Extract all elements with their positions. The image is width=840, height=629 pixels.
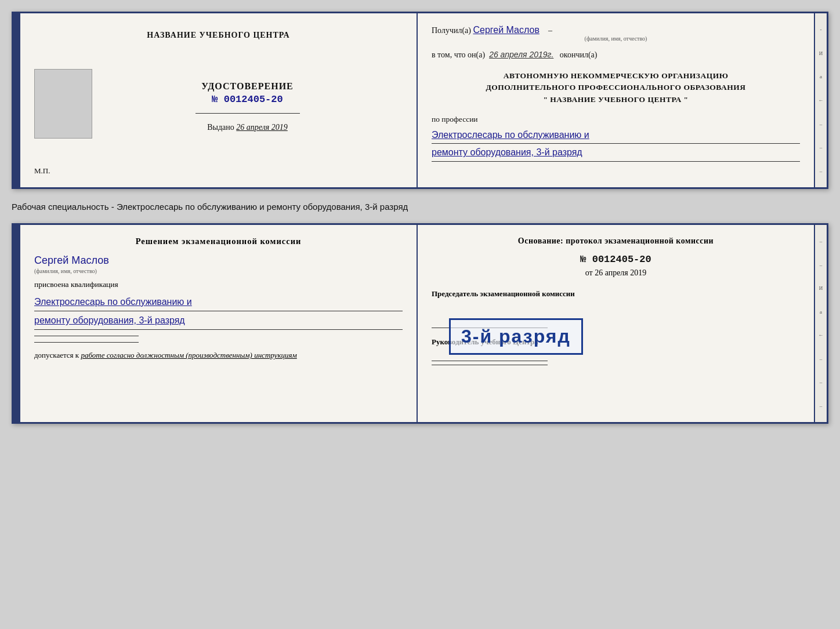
resheniem-title: Решением экзаменационной комиссии [34, 237, 403, 246]
stamp-text: 3-й разряд [461, 326, 571, 347]
kvalifikaciya-text: Электрослесарь по обслуживанию и ремонту… [34, 294, 403, 330]
osnovanie-title: Основание: протокол экзаменационной коми… [432, 237, 800, 246]
separator-text: Рабочая специальность - Электрослесарь п… [12, 199, 828, 213]
prisvoena: присвоена квалификация [34, 280, 403, 289]
org-block: АВТОНОМНУЮ НЕКОММЕРЧЕСКУЮ ОРГАНИЗАЦИЮ ДО… [432, 70, 800, 106]
right-decoration: - И а ← – – – [814, 13, 827, 187]
right-decoration-bottom: – – И а ← – – – [814, 225, 827, 422]
udostoverenie-number: № 0012405-20 [92, 94, 403, 105]
photo-placeholder [34, 69, 92, 139]
fio-hint-bottom: (фамилия, имя, отчество) [34, 268, 403, 274]
stamp: 3-й разряд [449, 318, 583, 355]
predsedatel-block: Председатель экзаменационной комиссии 3-… [432, 289, 800, 299]
received-line: Получил(а) Сергей Маслов – (фамилия, имя… [432, 25, 800, 42]
vydano-line: Выдано 26 апреля 2019 [92, 123, 403, 132]
top-left-title: НАЗВАНИЕ УЧЕБНОГО ЦЕНТРА [147, 31, 289, 40]
vtom-line: в том, что он(а) 26 апреля 2019г. окончи… [432, 50, 800, 60]
profession-text: Электрослесарь по обслуживанию и ремонту… [432, 128, 800, 162]
po-professii: по профессии [432, 115, 800, 124]
protocol-number: № 0012405-20 [432, 254, 800, 265]
mp-label: М.П. [34, 166, 50, 176]
bottom-name: Сергей Маслов [34, 254, 403, 267]
ot-date: от 26 апреля 2019 [432, 268, 800, 278]
dopuskaetsya-line: допускается к работе согласно должностны… [34, 351, 403, 360]
udostoverenie-title: УДОСТОВЕРЕНИЕ [92, 81, 403, 92]
